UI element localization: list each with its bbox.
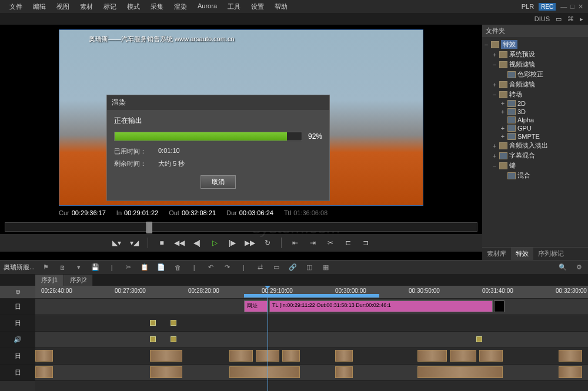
tl-redo-icon[interactable]: ↷ [222,263,232,272]
track-v1[interactable] [35,315,588,332]
video-clip[interactable] [35,350,53,362]
cancel-button[interactable]: 取消 [201,175,236,189]
fx-color-correct[interactable]: 色彩校正 [517,70,543,79]
audio-clip[interactable] [35,366,53,378]
track-a1[interactable] [35,332,588,348]
tab-effects[interactable]: 特效 [511,248,533,260]
expand-icon[interactable]: + [492,152,497,159]
expand-icon[interactable]: − [492,91,497,98]
video-clip[interactable] [559,350,582,362]
menu-capture[interactable]: 采集 [146,1,168,12]
menu-view[interactable]: 视图 [52,1,74,12]
maximize-icon[interactable]: □ [570,3,574,11]
video-clip[interactable] [417,350,447,362]
track-header-a0[interactable]: 日 [0,365,35,381]
video-clip[interactable] [150,350,182,362]
tl-new-icon[interactable]: 🗎 [57,263,68,272]
tl-dropdown-icon[interactable]: ▾ [74,263,84,272]
track-v0[interactable] [35,348,588,365]
fx-2d[interactable]: 2D [517,100,526,107]
trim-out-icon[interactable]: ⊐ [359,238,372,248]
audio-clip[interactable] [417,366,503,378]
marker-clip[interactable] [150,320,156,326]
split-icon[interactable]: ✂ [324,238,337,248]
minimize-icon[interactable]: — [560,3,567,11]
chain-icon[interactable]: ⌘ [567,15,574,23]
fx-blend[interactable]: 混合 [517,171,530,180]
stop-button[interactable]: ■ [155,238,168,248]
scrubber[interactable] [5,222,477,232]
trim-in-icon[interactable]: ⊏ [342,238,355,248]
fx-gpu[interactable]: GPU [517,125,532,132]
tl-delete-icon[interactable]: 🗑 [172,263,183,272]
fx-audio-filter[interactable]: 音频滤镜 [509,80,535,89]
audio-clip[interactable] [559,366,582,378]
track-header-a1[interactable]: 🔊 [0,332,35,348]
fx-3d[interactable]: 3D [517,108,526,115]
expand-icon[interactable]: + [500,125,506,132]
expand-icon[interactable]: − [483,41,489,48]
mark-out-icon[interactable]: ▾◢ [128,238,141,248]
menu-edit[interactable]: 编辑 [28,1,51,12]
tl-copy-icon[interactable]: 📋 [139,263,150,272]
expand-icon[interactable]: − [492,61,497,68]
menu-mode[interactable]: 模式 [122,1,145,12]
sequence-tab-2[interactable]: 序列2 [64,275,93,286]
track-a0[interactable] [35,365,588,381]
ffwd-button[interactable]: ▶▶ [243,238,256,248]
triangle-icon[interactable]: ▸ [580,15,583,23]
tl-flag-icon[interactable]: ⚑ [41,263,51,272]
tl-paste-icon[interactable]: 📄 [156,263,166,272]
track-header-v2[interactable]: 日 [0,299,35,315]
prev-edit-icon[interactable]: ⇤ [289,238,302,248]
fx-key[interactable]: 键 [509,161,516,170]
menu-help[interactable]: 帮助 [270,1,292,12]
track-header-v0[interactable]: 日 [0,348,35,365]
timeline-ruler[interactable]: 00:26:40:00 00:27:30:00 00:28:20:00 00:2… [35,286,588,299]
tab-library[interactable]: 素材库 [482,248,511,260]
next-edit-icon[interactable]: ⇥ [306,238,319,248]
tab-markers[interactable]: 序列标记 [533,248,569,260]
video-clip[interactable] [229,350,253,362]
layout-icon[interactable]: ▭ [556,15,562,23]
scrub-handle[interactable] [146,222,152,233]
fx-alpha[interactable]: Alpha [517,116,534,123]
title-clip-1[interactable]: 网址 [244,300,268,312]
track-title[interactable]: 网址 TL [In:00:29:11:22 Out:00:31:58:13 Du… [35,299,588,315]
video-clip[interactable] [335,350,353,362]
tl-undo-icon[interactable]: ↶ [205,263,216,272]
track-header-v1[interactable]: 日 [0,315,35,332]
title-clip-3[interactable] [494,300,505,312]
timeline-body[interactable]: 00:26:40:00 00:27:30:00 00:28:20:00 00:2… [35,286,588,391]
fx-audio-fade[interactable]: 音频淡入淡出 [509,141,548,150]
fx-root[interactable]: 特效 [501,40,517,49]
close-icon[interactable]: ✕ [578,3,583,11]
expand-icon[interactable]: + [492,51,497,58]
expand-icon[interactable]: + [500,108,506,115]
expand-icon[interactable]: + [500,100,506,107]
title-clip-2[interactable]: TL [In:00:29:11:22 Out:00:31:58:13 Dur:0… [269,300,493,312]
tl-ripple-icon[interactable]: ⇄ [255,263,265,272]
menu-render[interactable]: 渲染 [169,1,192,12]
tl-settings-icon[interactable]: ⚙ [574,263,584,272]
tl-save-icon[interactable]: 💾 [90,263,101,272]
fx-video-filter[interactable]: 视频滤镜 [509,60,535,69]
audio-clip[interactable] [150,366,182,378]
menu-aurora[interactable]: Aurora [193,1,222,12]
sequence-tab-1[interactable]: 序列1 [35,275,64,286]
tl-snap-icon[interactable]: ◫ [304,263,315,272]
expand-icon[interactable]: − [492,162,497,169]
marker-clip[interactable] [476,336,482,342]
video-clip[interactable] [479,350,503,362]
step-fwd-button[interactable]: |▶ [226,238,239,248]
step-back-button[interactable]: ◀| [191,238,203,248]
play-button[interactable]: ▷ [208,238,221,248]
menu-marker[interactable]: 标记 [99,1,121,12]
rewind-button[interactable]: ◀◀ [173,238,186,248]
fx-sys-preset[interactable]: 系统预设 [509,50,535,59]
marker-clip[interactable] [171,336,176,342]
menu-settings[interactable]: 设置 [246,1,269,12]
marker-clip[interactable] [171,320,176,326]
tl-mode-icon[interactable]: ▦ [320,263,331,272]
playhead[interactable] [268,286,268,391]
